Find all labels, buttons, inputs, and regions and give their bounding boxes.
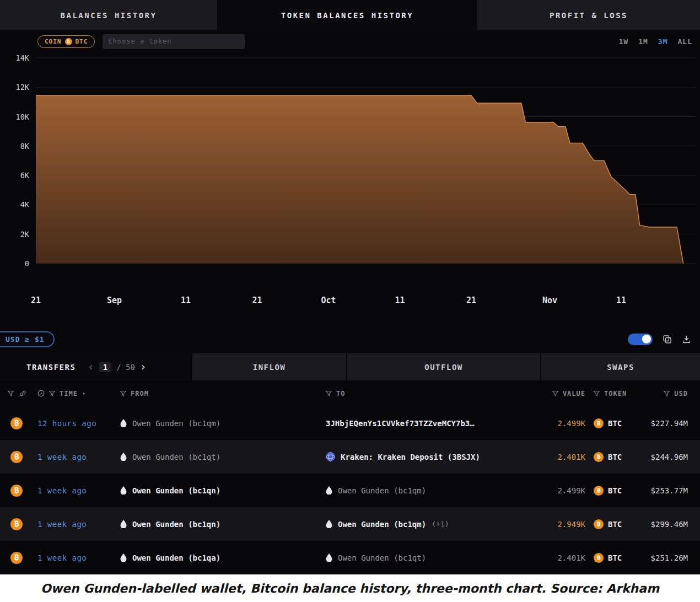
to-entity[interactable]: Kraken: Kraken Deposit (3BSJX) [341,453,480,461]
range-3m-button[interactable]: 3M [658,37,668,46]
btc-icon: ₿ [10,485,23,497]
usd-filter-pill[interactable]: USD ≥ $1 [0,331,55,347]
transfer-time-link[interactable]: 1 week ago [37,553,87,562]
column-token[interactable]: TOKEN [604,390,627,397]
filter-icon[interactable] [326,391,332,396]
table-row[interactable]: ₿ 1 week ago Owen Gunden (bc1qa) Owen Gu… [0,541,700,574]
chain-link-icon[interactable] [19,390,26,397]
token-label: BTC [608,486,622,495]
tab-balances-history[interactable]: BALANCES HISTORY [0,0,218,30]
table-header: TIME ▾ FROM TO VALUE TOKEN [0,380,700,406]
svg-text:4K: 4K [20,200,30,209]
tab-profit-loss[interactable]: PROFIT & LOSS [476,0,700,30]
clock-icon[interactable] [37,390,45,397]
tab-token-balances-history[interactable]: TOKEN BALANCES HISTORY [218,0,476,30]
tab-outflow[interactable]: OUTFLOW [346,353,540,380]
to-entity[interactable]: 3JHbjEQenYs1CVVkef73TZZveMCY7b3… [326,419,475,428]
filter-icon[interactable] [49,391,55,396]
droplet-icon [326,486,332,495]
range-all-button[interactable]: ALL [678,37,692,46]
droplet-icon [326,553,332,562]
svg-text:Sep: Sep [107,295,122,305]
btc-icon: ₿ [10,518,23,530]
table-row[interactable]: ₿ 1 week ago Owen Gunden (bc1qn) Owen Gu… [0,474,700,507]
sort-caret-icon[interactable]: ▾ [82,390,86,396]
range-1m-button[interactable]: 1M [638,37,648,46]
tab-transfers[interactable]: TRANSFERS ‹ 1 / 50 › [0,353,191,380]
transfer-time-link[interactable]: 12 hours ago [37,419,96,428]
transfer-time-link[interactable]: 1 week ago [37,453,87,461]
page-prev-button[interactable]: ‹ [88,362,94,372]
btc-icon: ₿ [594,418,604,428]
droplet-icon [120,453,127,461]
coin-filter-pill[interactable]: COIN ₿ BTC [37,35,95,48]
table-row[interactable]: ₿ 1 week ago Owen Gunden (bc1qt) Kraken:… [0,440,700,474]
from-entity[interactable]: Owen Gunden (bc1qn) [132,520,220,529]
svg-text:14K: 14K [16,53,30,62]
to-entity[interactable]: Owen Gunden (bc1qm) [338,520,426,529]
download-icon[interactable] [682,335,691,344]
svg-text:21: 21 [31,295,41,305]
to-entity[interactable]: Owen Gunden (bc1qt) [338,553,426,562]
table-row[interactable]: ₿ 1 week ago Owen Gunden (bc1qn) Owen Gu… [0,507,700,541]
kraken-icon [326,452,335,461]
transfer-usd: $253.77M [634,486,700,495]
page-total: / 50 [116,363,135,372]
btc-icon: ₿ [594,486,604,496]
usd-value-toggle[interactable] [628,334,653,345]
transfer-value: 2.401K [521,553,585,562]
transfer-usd: $251.26M [634,553,700,562]
filter-icon[interactable] [664,391,670,396]
svg-text:0: 0 [25,259,29,268]
btc-icon: ₿ [594,553,604,563]
filter-icon[interactable] [552,391,558,396]
transfer-usd: $227.94M [634,419,700,428]
top-tabbar: BALANCES HISTORY TOKEN BALANCES HISTORY … [0,0,700,30]
image-caption: Owen Gunden-labelled wallet, Bitcoin bal… [0,574,700,602]
filter-bar: USD ≥ $1 [0,324,700,354]
coin-pill-label: COIN [45,38,62,45]
transfer-time-link[interactable]: 1 week ago [37,520,87,529]
filter-icon[interactable] [8,391,14,396]
token-label: BTC [608,419,622,428]
droplet-icon [326,520,332,528]
from-entity[interactable]: Owen Gunden (bc1qn) [132,486,220,495]
token-search-input[interactable] [103,34,245,49]
transfer-usd: $299.46M [634,520,700,529]
transfer-time-link[interactable]: 1 week ago [37,486,87,495]
transfers-table-body: ₿ 12 hours ago Owen Gunden (bc1qm) 3JHbj… [0,406,700,574]
filter-icon[interactable] [594,391,600,396]
column-from[interactable]: FROM [131,390,149,397]
tab-swaps[interactable]: SWAPS [540,353,700,380]
column-to[interactable]: TO [336,390,345,397]
to-entity[interactable]: Owen Gunden (bc1qm) [338,486,426,495]
svg-text:21: 21 [466,295,476,305]
svg-text:11: 11 [395,295,405,305]
from-entity[interactable]: Owen Gunden (bc1qt) [132,453,220,461]
column-usd[interactable]: USD [674,390,688,397]
btc-icon: ₿ [594,519,604,529]
droplet-icon [120,419,127,427]
from-entity[interactable]: Owen Gunden (bc1qm) [132,419,220,428]
table-row[interactable]: ₿ 12 hours ago Owen Gunden (bc1qm) 3JHbj… [0,406,700,440]
droplet-icon [120,486,127,495]
column-time[interactable]: TIME [60,390,78,397]
coin-pill-token: BTC [76,38,88,45]
chart-controls: COIN ₿ BTC 1W 1M 3M ALL [0,33,700,50]
balance-history-chart[interactable]: 02K4K6K8K10K12K14K21Sep1121Oct1121Nov11 [0,49,700,313]
from-entity[interactable]: Owen Gunden (bc1qa) [132,553,220,562]
token-label: BTC [608,453,622,461]
page-next-button[interactable]: › [140,362,146,372]
btc-icon: ₿ [10,417,23,429]
range-1w-button[interactable]: 1W [619,37,629,46]
range-selector: 1W 1M 3M ALL [619,37,692,46]
column-value[interactable]: VALUE [563,390,585,397]
transfer-value: 2.949K [521,520,585,529]
toggle-knob [642,335,651,343]
svg-text:Oct: Oct [321,295,336,305]
svg-text:12K: 12K [16,83,30,92]
filter-icon[interactable] [120,391,126,396]
transfer-value: 2.401K [521,453,585,461]
tab-inflow[interactable]: INFLOW [191,353,346,380]
copy-icon[interactable] [663,335,672,344]
